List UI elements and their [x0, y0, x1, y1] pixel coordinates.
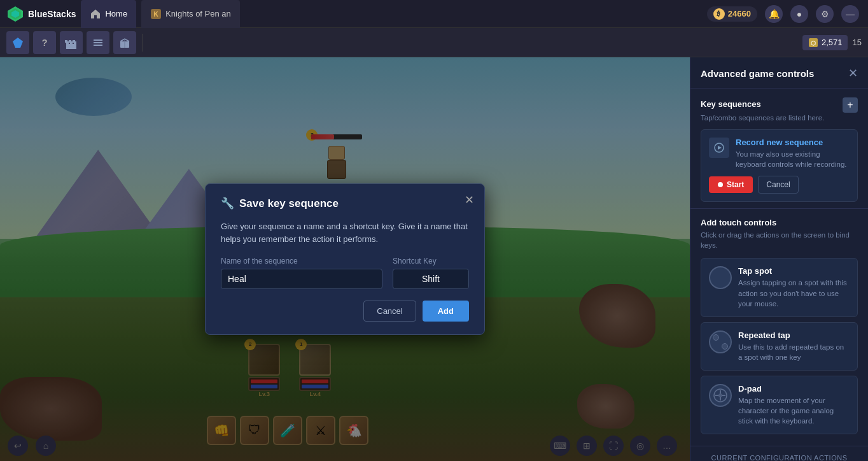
section-header-row: Key sequences + [701, 97, 858, 113]
top-bar-left: BlueStacks Home K Knights of Pen an [0, 0, 246, 28]
game-tab[interactable]: K Knights of Pen an [141, 0, 240, 28]
dialog-fields: Name of the sequence Shortcut Key [221, 257, 469, 289]
dialog-title: 🔧 Save key sequence [221, 197, 469, 210]
svg-text:⬡: ⬡ [811, 40, 816, 46]
record-cancel-btn[interactable]: Cancel [758, 176, 798, 194]
toolbar-divider [143, 34, 143, 52]
dpad-name: D-pad [738, 384, 850, 394]
key-sequences-section: Key sequences + Tap/combo sequences are … [690, 89, 868, 209]
record-link[interactable]: Record new sequence [736, 138, 850, 147]
record-info: Record new sequence You may also use exi… [736, 138, 850, 169]
footer-section-title: Current configuration actions [701, 454, 858, 461]
add-sequence-btn[interactable]: + [843, 97, 858, 113]
shortcut-label: Shortcut Key [393, 257, 469, 266]
main-area: 3 2 Lv. [0, 57, 868, 461]
coin-badge: ₿ 24660 [707, 6, 757, 22]
dpad-info: D-pad Map the movement of your character… [738, 384, 850, 426]
toolbar-btn-tools[interactable] [87, 31, 109, 54]
record-sub: You may also use existing keyboard contr… [736, 149, 850, 169]
repeated-tap-icon [709, 330, 732, 353]
resource-badge: ⬡ 2,571 [802, 35, 848, 50]
svg-rect-13 [94, 42, 102, 43]
dialog-title-text: Save key sequence [239, 197, 339, 210]
svg-marker-21 [718, 146, 722, 150]
dialog-overlay: 🔧 Save key sequence ✕ Give your sequence… [0, 57, 690, 461]
game-tab-label: Knights of Pen an [165, 9, 231, 18]
minimize-btn[interactable]: — [841, 5, 859, 23]
game-background: 3 2 Lv. [0, 57, 690, 461]
tap-spot-info: Tap spot Assign tapping on a spot with t… [738, 266, 850, 308]
record-top: Record new sequence You may also use exi… [709, 138, 850, 169]
bluestacks-icon [6, 5, 24, 23]
toolbar-btn-package[interactable] [113, 31, 136, 54]
coin-icon: ₿ [713, 8, 725, 20]
dialog-add-btn[interactable]: Add [423, 301, 469, 322]
repeated-tap-info: Repeated tap Use this to add repeated ta… [738, 330, 850, 362]
key-sequences-desc: Tap/combo sequences are listed here. [701, 113, 858, 123]
panel-close-btn[interactable]: ✕ [848, 66, 858, 80]
right-panel: Advanced game controls ✕ Key sequences +… [690, 57, 868, 461]
dialog-close-btn[interactable]: ✕ [465, 193, 474, 207]
svg-rect-15 [94, 45, 102, 46]
svg-point-25 [718, 394, 722, 397]
touch-controls-title: Add touch controls [701, 218, 858, 227]
repeated-tap-name: Repeated tap [738, 330, 850, 340]
dialog-title-icon: 🔧 [221, 197, 234, 210]
dpad-card[interactable]: D-pad Map the movement of your character… [701, 376, 858, 434]
record-icon [709, 138, 729, 158]
svg-rect-10 [65, 40, 67, 43]
settings-btn[interactable]: ⚙ [816, 5, 834, 23]
dpad-icon [709, 384, 732, 407]
resource-amount: 2,571 [822, 38, 843, 47]
tap-spot-card[interactable]: Tap spot Assign tapping on a spot with t… [701, 258, 858, 316]
svg-marker-5 [13, 38, 23, 48]
record-start-label: Start [727, 180, 744, 189]
panel-title: Advanced game controls [701, 68, 814, 79]
top-bar: BlueStacks Home K Knights of Pen an ₿ 24… [0, 0, 868, 28]
tap-spot-name: Tap spot [738, 266, 850, 276]
toolbar-right: ⬡ 2,571 15 [802, 35, 862, 50]
game-viewport: 3 2 Lv. [0, 57, 690, 461]
bluestacks-name: BlueStacks [28, 9, 76, 19]
svg-text:K: K [154, 11, 159, 18]
key-sequences-title: Key sequences [701, 99, 761, 109]
touch-controls-desc: Click or drag the actions on the screen … [701, 230, 858, 250]
repeated-tap-card[interactable]: Repeated tap Use this to add repeated ta… [701, 322, 858, 371]
name-input[interactable] [221, 269, 382, 289]
save-sequence-dialog: 🔧 Save key sequence ✕ Give your sequence… [205, 183, 485, 335]
bluestacks-logo: BlueStacks [6, 5, 76, 23]
game-icon: K [150, 8, 162, 20]
panel-header: Advanced game controls ✕ [690, 57, 868, 89]
toolbar-btn-castle[interactable] [60, 31, 83, 54]
toolbar: ? ⬡ 2,571 [0, 28, 868, 57]
name-field: Name of the sequence [221, 257, 382, 289]
dialog-actions: Cancel Add [221, 301, 469, 322]
dpad-desc: Map the movement of your character or th… [738, 395, 850, 426]
shortcut-input[interactable] [393, 269, 469, 289]
shortcut-field: Shortcut Key [393, 257, 469, 289]
dialog-cancel-btn[interactable]: Cancel [363, 301, 416, 322]
coin-amount: 24660 [728, 9, 751, 18]
home-tab[interactable]: Home [81, 0, 136, 28]
svg-rect-12 [73, 40, 75, 43]
dialog-description: Give your sequence a name and a shortcut… [221, 220, 469, 245]
svg-rect-11 [69, 40, 71, 43]
toolbar-btn-help[interactable]: ? [33, 31, 56, 54]
record-dot [718, 182, 723, 187]
record-btns: Start Cancel [709, 176, 850, 194]
resource-level: 15 [853, 38, 862, 47]
notification-btn[interactable]: 🔔 [765, 5, 783, 23]
repeated-tap-desc: Use this to add repeated taps on a spot … [738, 342, 850, 362]
touch-controls-section: Add touch controls Click or drag the act… [690, 209, 868, 446]
tap-spot-icon [709, 266, 732, 289]
toolbar-btn-diamond[interactable] [6, 31, 29, 54]
record-box: Record new sequence You may also use exi… [701, 129, 858, 202]
tap-spot-desc: Assign tapping on a spot with this actio… [738, 278, 850, 308]
top-bar-right: ₿ 24660 🔔 ● ⚙ — [707, 5, 868, 23]
home-tab-label: Home [105, 9, 127, 18]
svg-rect-14 [94, 39, 102, 41]
name-label: Name of the sequence [221, 257, 382, 266]
panel-footer: Current configuration actions Save Resto… [690, 446, 868, 461]
record-start-btn[interactable]: Start [709, 176, 753, 193]
camera-btn[interactable]: ● [790, 5, 808, 23]
